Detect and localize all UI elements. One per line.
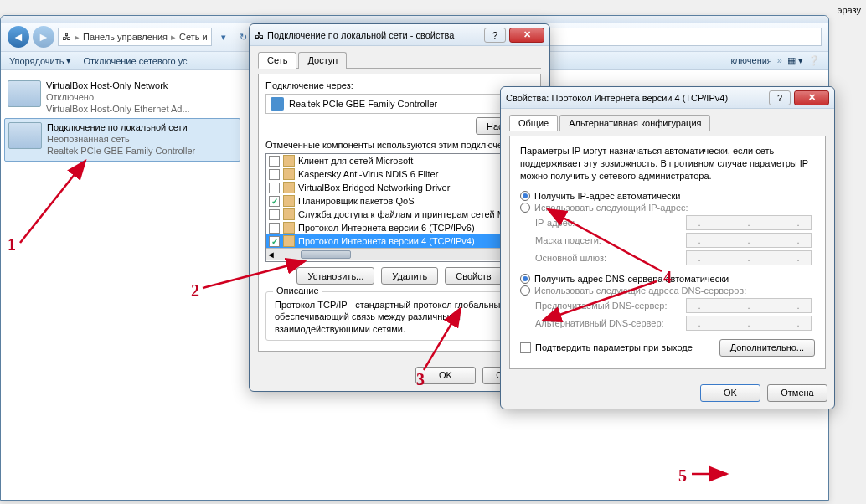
disable-device-button[interactable]: Отключение сетевого ус: [83, 56, 187, 66]
component-row[interactable]: Служба доступа к файлам и принтерам сете…: [266, 208, 533, 221]
description-title: Описание: [273, 285, 322, 296]
adapter-name: Realtek PCIe GBE Family Controller: [289, 99, 437, 109]
annotation-4: 4: [663, 268, 672, 287]
description-text: Протокол TCP/IP - стандартный протокол г…: [275, 299, 524, 335]
explorer-titlebar: [1, 16, 828, 23]
dns2-field: ...: [686, 316, 812, 331]
network-icon: 🖧: [255, 30, 264, 40]
breadcrumb-icon: 🖧: [62, 32, 71, 42]
component-icon: [283, 235, 295, 247]
components-label: Отмеченные компоненты используются этим …: [265, 140, 534, 150]
back-button[interactable]: ◄: [8, 26, 29, 48]
toolbar-connections-fragment: ключения: [730, 55, 771, 66]
component-label: Протокол Интернета версии 6 (TCP/IPv6): [298, 223, 475, 233]
breadcrumb-item[interactable]: Сеть и: [179, 32, 208, 42]
connection-adapter: VirtualBox Host-Only Ethernet Ad...: [46, 104, 190, 116]
radio-icon: [520, 285, 530, 296]
annotation-2: 2: [191, 281, 199, 301]
annotation-3: 3: [416, 370, 425, 389]
ipv4-properties-dialog: Свойства: Протокол Интернета версии 4 (T…: [500, 86, 835, 409]
dns1-label: Предпочитаемый DNS-сервер:: [535, 301, 686, 311]
properties-button[interactable]: Свойств: [445, 267, 502, 285]
component-icon: [283, 222, 295, 234]
tab-network[interactable]: Сеть: [258, 52, 296, 69]
radio-label: Использовать следующие адреса DNS-сервер…: [534, 285, 746, 296]
breadcrumb-item[interactable]: Панель управления: [83, 32, 168, 42]
help-button[interactable]: ?: [769, 90, 791, 105]
help-icon[interactable]: ❔: [808, 55, 820, 66]
install-button[interactable]: Установить...: [296, 267, 374, 285]
component-row[interactable]: Клиент для сетей Microsoft: [266, 154, 533, 167]
component-icon: [283, 168, 295, 180]
dialog-title: Свойства: Протокол Интернета версии 4 (T…: [506, 93, 769, 103]
intro-text: Параметры IP могут назначаться автоматич…: [520, 145, 815, 183]
toolbar-overflow-icon[interactable]: »: [777, 55, 782, 66]
close-button[interactable]: ✕: [794, 90, 829, 105]
component-icon: [283, 155, 295, 167]
component-icon: [283, 208, 295, 220]
organize-menu[interactable]: Упорядочить ▾: [9, 55, 71, 66]
component-row[interactable]: VirtualBox Bridged Networking Driver: [266, 181, 533, 194]
confirm-on-exit-label: Подтвердить параметры при выходе: [535, 342, 693, 352]
subnet-mask-label: Маска подсети:: [535, 235, 686, 245]
forward-button[interactable]: ►: [33, 26, 54, 48]
connection-adapter: Realtek PCIe GBE Family Controller: [47, 146, 195, 157]
checkbox[interactable]: [269, 223, 280, 234]
checkbox[interactable]: [269, 183, 280, 193]
cancel-button[interactable]: Отмена: [767, 384, 827, 402]
annotation-1: 1: [8, 235, 16, 255]
radio-manual-ip[interactable]: Использовать следующий IP-адрес:: [520, 203, 815, 213]
checkbox[interactable]: [269, 209, 280, 220]
radio-label: Получить IP-адрес автоматически: [534, 191, 680, 201]
tab-bar: Сеть Доступ: [258, 51, 541, 69]
adapter-icon: [271, 97, 284, 111]
tab-alternate[interactable]: Альтернативная конфигурация: [559, 115, 710, 131]
ok-button[interactable]: OK: [700, 384, 760, 402]
connection-item[interactable]: Подключение по локальной сети Неопознанн…: [4, 118, 240, 161]
component-label: VirtualBox Bridged Networking Driver: [298, 183, 450, 193]
dropdown-icon[interactable]: ▾: [215, 28, 232, 45]
connection-name: VirtualBox Host-Only Network: [46, 80, 190, 92]
annotation-5: 5: [678, 466, 687, 486]
confirm-on-exit-checkbox[interactable]: [520, 342, 531, 353]
horizontal-scrollbar[interactable]: ◄►: [266, 248, 533, 260]
tab-access[interactable]: Доступ: [298, 52, 347, 69]
component-label: Kaspersky Anti-Virus NDIS 6 Filter: [298, 169, 438, 179]
component-row[interactable]: Протокол Интернета версии 6 (TCP/IPv6): [266, 221, 533, 234]
component-row[interactable]: Kaspersky Anti-Virus NDIS 6 Filter: [266, 167, 533, 181]
component-label: Планировщик пакетов QoS: [298, 196, 415, 206]
advanced-button[interactable]: Дополнительно...: [719, 339, 815, 357]
connection-item[interactable]: VirtualBox Host-Only Network Отключено V…: [4, 77, 240, 118]
gateway-label: Основной шлюз:: [535, 253, 686, 263]
background-text-fragment: эразу: [838, 5, 861, 15]
radio-auto-ip[interactable]: Получить IP-адрес автоматически: [520, 191, 815, 201]
close-button[interactable]: ✕: [509, 28, 544, 43]
component-row[interactable]: Протокол Интернета версии 4 (TCP/IPv4): [266, 234, 533, 248]
view-icon[interactable]: ▦ ▾: [787, 55, 803, 66]
checkbox[interactable]: [269, 169, 280, 180]
connections-list: VirtualBox Host-Only Network Отключено V…: [1, 70, 244, 494]
network-adapter-icon: [8, 122, 42, 149]
radio-label: Получить адрес DNS-сервера автоматически: [534, 274, 729, 284]
connection-status: Неопознанная сеть: [47, 134, 195, 146]
network-adapter-icon: [8, 80, 41, 107]
component-label: Протокол Интернета версии 4 (TCP/IPv4): [298, 236, 475, 246]
help-button[interactable]: ?: [484, 28, 506, 43]
connection-name: Подключение по локальной сети: [47, 122, 195, 134]
ip-address-field: ...: [686, 215, 812, 230]
tab-general[interactable]: Общие: [509, 115, 558, 131]
breadcrumb[interactable]: 🖧 ▸ Панель управления ▸ Сеть и: [58, 28, 212, 46]
dialog-title: Подключение по локальной сети - свойства: [267, 30, 484, 40]
component-label: Служба доступа к файлам и принтерам сете…: [298, 209, 505, 219]
tab-bar: Общие Альтернативная конфигурация: [509, 114, 826, 131]
remove-button[interactable]: Удалить: [381, 267, 438, 285]
dns2-label: Альтернативный DNS-сервер:: [535, 318, 686, 328]
radio-icon: [520, 191, 530, 201]
checkbox[interactable]: [269, 156, 280, 167]
component-row[interactable]: Планировщик пакетов QoS: [266, 194, 533, 208]
checkbox[interactable]: [269, 236, 280, 247]
ip-address-label: IP-адрес:: [535, 218, 686, 228]
connection-status: Отключено: [46, 92, 190, 104]
checkbox[interactable]: [269, 196, 280, 207]
components-list[interactable]: Клиент для сетей Microsoft Kaspersky Ant…: [265, 153, 534, 262]
